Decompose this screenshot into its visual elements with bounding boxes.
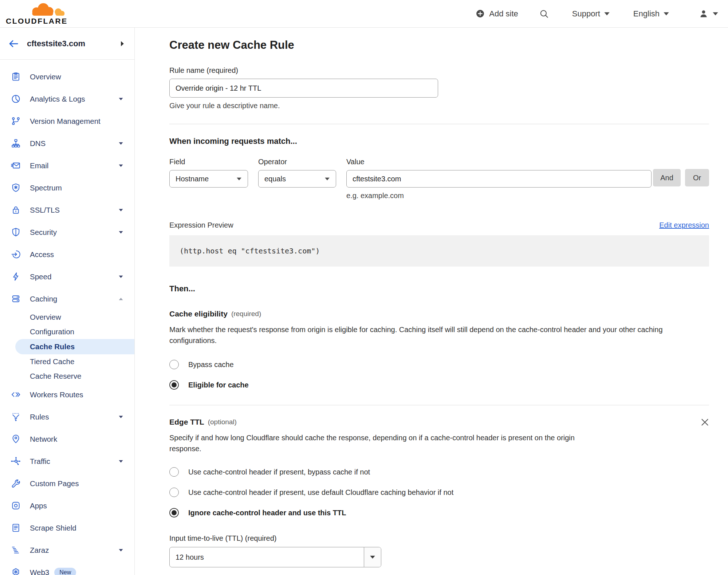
sidebar-item-label: Web3 (30, 568, 49, 575)
chevron-down-icon (324, 177, 330, 181)
edit-expression-link[interactable]: Edit expression (659, 221, 709, 229)
sidebar-subitem-configuration[interactable]: Configuration (0, 324, 134, 339)
sidebar-subitem-cache-reserve[interactable]: Cache Reserve (0, 369, 134, 383)
wrench-icon (11, 478, 21, 488)
sidebar-item-network[interactable]: Network (0, 428, 134, 450)
cloudflare-wordmark: CLOUDFLARE (6, 17, 68, 25)
sidebar-subitem-overview[interactable]: Overview (0, 310, 134, 324)
site-switcher-chevron-icon[interactable] (120, 40, 125, 47)
value-label: Value (346, 158, 652, 166)
location-pin-icon (11, 434, 21, 444)
radio-option-label: Bypass cache (188, 361, 234, 369)
dns-tree-icon (11, 138, 21, 148)
operator-label: Operator (258, 158, 336, 166)
chevron-down-icon (118, 547, 123, 554)
sidebar-item-label: Analytics & Logs (30, 95, 118, 103)
operator-select[interactable]: equals (258, 170, 336, 188)
ttl-select-arrow[interactable] (364, 547, 381, 567)
account-menu[interactable] (699, 9, 719, 19)
chevron-down-icon (118, 414, 123, 420)
new-badge: New (54, 568, 76, 575)
sidebar-item-ssl-tls[interactable]: SSL/TLS (0, 199, 134, 221)
sidebar-item-label: Custom Pages (30, 479, 123, 488)
cache-eligibility-radio-group: Bypass cacheEligible for cache (169, 360, 709, 390)
chevron-down-icon (712, 12, 719, 16)
sidebar-item-workers-routes[interactable]: Workers Routes (0, 383, 134, 406)
sidebar-item-overview[interactable]: Overview (0, 66, 134, 88)
sidebar-item-label: Workers Routes (30, 390, 123, 399)
sidebar-item-security[interactable]: Security (0, 221, 134, 243)
sidebar-item-access[interactable]: Access (0, 243, 134, 265)
cloudflare-logo[interactable]: CLOUDFLARE (6, 2, 68, 25)
close-icon[interactable] (701, 418, 709, 426)
sidebar-item-speed[interactable]: Speed (0, 265, 134, 288)
cache-eligibility-required-tag: (required) (231, 310, 261, 318)
sidebar-item-email[interactable]: Email (0, 154, 134, 177)
sidebar-item-apps[interactable]: Apps (0, 495, 134, 517)
expression-preview-label: Expression Preview (169, 221, 233, 229)
sidebar-item-traffic[interactable]: Traffic (0, 450, 134, 472)
sidebar-item-version-management[interactable]: Version Management (0, 110, 134, 132)
code-brackets-icon (11, 390, 21, 399)
back-arrow-icon[interactable] (8, 39, 19, 48)
support-menu[interactable]: Support (572, 9, 610, 19)
cache-eligibility-description: Mark whether the request's response from… (169, 324, 697, 346)
sidebar-item-spectrum[interactable]: Spectrum (0, 177, 134, 199)
radio-option-ignore-cache-control-header-and-use-this-ttl[interactable]: Ignore cache-control header and use this… (169, 508, 709, 517)
shield-star-icon (11, 183, 21, 193)
rule-name-input[interactable] (169, 79, 438, 98)
language-label: English (633, 9, 660, 19)
sidebar-item-scrape-shield[interactable]: Scrape Shield (0, 517, 134, 539)
sidebar-item-label: Scrape Shield (30, 524, 123, 532)
radio-unselected-icon[interactable] (169, 488, 179, 497)
radio-selected-icon[interactable] (169, 380, 179, 390)
sidebar-item-zaraz[interactable]: Zaraz (0, 539, 134, 561)
sidebar-item-caching[interactable]: Caching (0, 288, 134, 310)
sidebar-item-dns[interactable]: DNS (0, 132, 134, 154)
radio-option-use-cache-control-header-if-present-use-default-cloudflare-caching-behavior-if-not[interactable]: Use cache-control header if present, use… (169, 488, 709, 497)
rule-name-label: Rule name (required) (169, 66, 709, 75)
search-icon[interactable] (539, 9, 549, 19)
chevron-down-icon (118, 140, 123, 147)
then-heading: Then... (169, 284, 709, 294)
field-label: Field (169, 158, 248, 166)
cloudflare-cloud-icon (25, 2, 68, 16)
app-window-icon (11, 501, 21, 511)
sidebar-item-label: Email (30, 161, 118, 170)
chevron-down-icon (370, 555, 375, 559)
add-site-button[interactable]: Add site (476, 9, 518, 19)
radio-selected-icon[interactable] (169, 508, 179, 517)
sidebar-item-label: Overview (30, 72, 123, 81)
sidebar-subitem-cache-rules[interactable]: Cache Rules (15, 339, 134, 354)
shield-icon (11, 227, 21, 237)
add-site-label: Add site (489, 9, 518, 19)
radio-option-use-cache-control-header-if-present-bypass-cache-if-not[interactable]: Use cache-control header if present, byp… (169, 467, 709, 477)
ttl-label: Input time-to-live (TTL) (required) (169, 534, 709, 543)
stacked-bars-icon (11, 545, 21, 555)
sidebar-item-label: Network (30, 435, 123, 444)
field-select[interactable]: Hostname (169, 170, 248, 188)
value-input[interactable] (346, 170, 652, 188)
sidebar-item-rules[interactable]: Rules (0, 406, 134, 428)
radio-option-bypass-cache[interactable]: Bypass cache (169, 360, 709, 369)
sidebar: cftestsite3.com OverviewAnalytics & Logs… (0, 28, 135, 575)
add-site-plus-icon (476, 9, 485, 18)
sidebar-item-label: Security (30, 228, 118, 237)
radio-option-eligible-for-cache[interactable]: Eligible for cache (169, 380, 709, 390)
sidebar-item-label: Access (30, 250, 123, 259)
and-button[interactable]: And (653, 169, 681, 186)
sidebar-item-web3[interactable]: Web3New (0, 561, 134, 575)
sidebar-item-analytics-logs[interactable]: Analytics & Logs (0, 88, 134, 110)
funnel-icon (11, 412, 21, 422)
cache-eligibility-heading: Cache eligibility (169, 310, 228, 318)
ttl-select[interactable]: 12 hours (169, 547, 381, 567)
sidebar-item-label: SSL/TLS (30, 206, 118, 214)
document-icon (11, 523, 21, 533)
radio-unselected-icon[interactable] (169, 360, 179, 369)
sidebar-subitem-tiered-cache[interactable]: Tiered Cache (0, 354, 134, 369)
divider (169, 405, 709, 405)
or-button[interactable]: Or (685, 169, 709, 186)
radio-unselected-icon[interactable] (169, 467, 179, 477)
sidebar-item-custom-pages[interactable]: Custom Pages (0, 472, 134, 495)
language-menu[interactable]: English (633, 9, 669, 19)
